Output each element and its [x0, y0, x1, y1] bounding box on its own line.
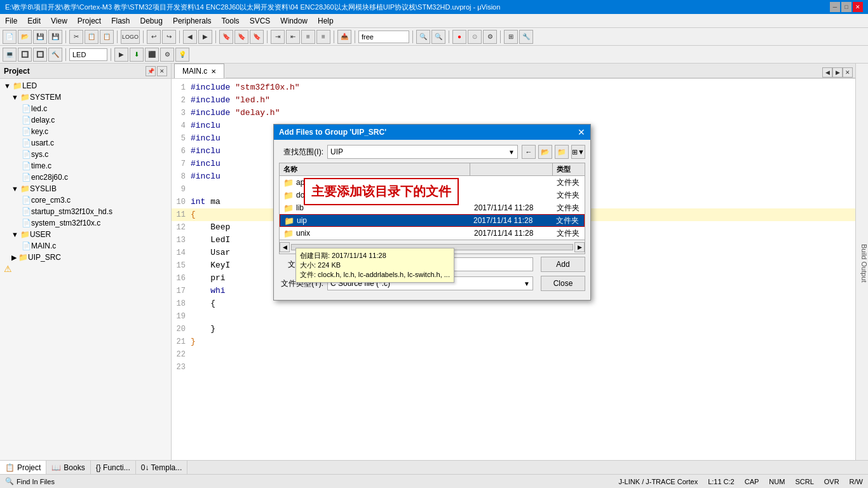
indent2-btn[interactable]: ⇤: [286, 30, 300, 44]
close-button[interactable]: Close: [541, 276, 585, 291]
target-input[interactable]: [69, 48, 107, 61]
tree-item-led[interactable]: ▼ 📁 LED: [1, 80, 170, 92]
menu-tools[interactable]: Tools: [217, 15, 245, 27]
undo-btn[interactable]: ↩: [147, 30, 161, 44]
tab-nav-right[interactable]: ▶: [832, 67, 843, 78]
file-row-doc[interactable]: 📁 doc 文件夹: [280, 189, 585, 201]
menu-svcs[interactable]: SVCS: [245, 15, 276, 27]
filetype-combo[interactable]: C Source file (*.c) ▼: [327, 276, 533, 290]
tree-item-delayc[interactable]: 📄 delay.c: [1, 114, 170, 126]
tree-item-timec[interactable]: 📄 time.c: [1, 160, 170, 172]
format-btn[interactable]: ≡: [301, 30, 315, 44]
tree-item-enc28c[interactable]: 📄 enc28j60.c: [1, 172, 170, 183]
paste-btn[interactable]: 📋: [100, 30, 114, 44]
tree-item-system10[interactable]: 📄 system_stm32f10x.c: [1, 217, 170, 229]
dialog-close-btn[interactable]: ✕: [578, 127, 585, 137]
save-btn[interactable]: 💾: [33, 30, 47, 44]
comp-btn[interactable]: 🔲: [33, 48, 47, 62]
format2-btn[interactable]: ≡: [316, 30, 330, 44]
download-btn[interactable]: ⬇: [130, 48, 144, 62]
project-pin-btn[interactable]: 📌: [146, 66, 156, 76]
find-btn[interactable]: 🔍: [431, 30, 445, 44]
file-row-lib[interactable]: 📁 lib 2017/11/14 11:28 文件夹: [280, 201, 585, 214]
tab-mainc-close[interactable]: ✕: [211, 68, 216, 75]
project-close-btn[interactable]: ✕: [157, 66, 167, 76]
new-file-btn[interactable]: 📄: [3, 30, 17, 44]
nav-new-btn[interactable]: 📁: [555, 145, 569, 159]
menu-view[interactable]: View: [46, 15, 72, 27]
nav-fwd-btn[interactable]: ▶: [198, 30, 212, 44]
debug-stop-btn[interactable]: ⊙: [468, 30, 482, 44]
add-button[interactable]: Add: [541, 257, 585, 272]
tree-item-user[interactable]: ▼ 📁 USER: [1, 229, 170, 240]
find-in-files-label[interactable]: Find In Files: [17, 478, 55, 485]
build-btn[interactable]: 🔨: [48, 48, 62, 62]
menu-peripherals[interactable]: Peripherals: [168, 15, 217, 27]
tab-nav-left[interactable]: ◀: [822, 67, 832, 78]
scroll-left-btn[interactable]: ◀: [280, 242, 290, 252]
lamp-btn[interactable]: 💡: [175, 48, 189, 62]
grid-btn[interactable]: ⊞: [504, 30, 518, 44]
insert-btn[interactable]: 📥: [337, 30, 351, 44]
tree-item-uipsrc[interactable]: ▶ 📁 UIP_SRC: [1, 252, 170, 263]
tab-mainc[interactable]: MAIN.c ✕: [174, 64, 224, 78]
bottom-tab-books[interactable]: 📖 Books: [46, 461, 90, 474]
tree-item-system[interactable]: ▼ 📁 SYSTEM: [1, 92, 170, 103]
filename-row: 文件名(N): Add: [279, 257, 585, 272]
search-input[interactable]: [358, 30, 409, 43]
bookmark-btn[interactable]: 🔖: [219, 30, 233, 44]
scroll-right-btn[interactable]: ▶: [574, 242, 585, 252]
copy-btn[interactable]: 📋: [85, 30, 98, 44]
tree-item-syslib[interactable]: ▼ 📁 SYSLIB: [1, 183, 170, 194]
menu-flash[interactable]: Flash: [106, 15, 135, 27]
tree-item-ledc[interactable]: 📄 led.c: [1, 103, 170, 114]
menu-project[interactable]: Project: [72, 15, 106, 27]
tree-item-startup[interactable]: 📄 startup_stm32f10x_hd.s: [1, 206, 170, 217]
maximize-btn[interactable]: □: [841, 2, 851, 12]
search-combo[interactable]: UIP ▼: [327, 145, 518, 159]
tree-item-mainc[interactable]: 📄 MAIN.c: [1, 240, 170, 252]
tree-item-usartc[interactable]: 📄 usart.c: [1, 137, 170, 149]
scroll-track[interactable]: [291, 244, 573, 250]
tree-item-corecm3[interactable]: 📄 core_cm3.c: [1, 194, 170, 206]
debug-red-btn[interactable]: ●: [452, 30, 466, 44]
menu-window[interactable]: Window: [275, 15, 313, 27]
cut-btn[interactable]: ✂: [69, 30, 83, 44]
nav-parent-btn[interactable]: 📂: [538, 145, 552, 159]
tree-item-sysc[interactable]: 📄 sys.c: [1, 149, 170, 160]
search-btn[interactable]: 🔍: [416, 30, 430, 44]
mem-btn[interactable]: 🔲: [18, 48, 32, 62]
nav-up-btn[interactable]: ←: [522, 145, 536, 159]
file-row-uip[interactable]: 📁 uip 2017/11/14 11:28 文件夹: [280, 214, 585, 227]
indent-btn[interactable]: ⇥: [271, 30, 285, 44]
file-row-unix[interactable]: 📁 unix 2017/11/14 11:28 文件夹: [280, 227, 585, 240]
bookmark3-btn[interactable]: 🔖: [250, 30, 264, 44]
minimize-btn[interactable]: ─: [830, 2, 840, 12]
debug-gear-btn[interactable]: ⚙: [483, 30, 497, 44]
save-all-btn[interactable]: 💾: [48, 30, 62, 44]
tree-item-keyc[interactable]: 📄 key.c: [1, 126, 170, 137]
bottom-tab-project[interactable]: 📋 Project: [0, 461, 46, 474]
menu-help[interactable]: Help: [313, 15, 339, 27]
menu-debug[interactable]: Debug: [135, 15, 168, 27]
logo-btn[interactable]: LOGO: [121, 30, 140, 44]
settings-btn[interactable]: 🔧: [519, 30, 533, 44]
menu-file[interactable]: File: [0, 15, 22, 27]
dbg-btn[interactable]: ⚙: [160, 48, 174, 62]
file-row-apps[interactable]: 📁 apps 文件夹: [280, 176, 585, 189]
cpu-btn[interactable]: 💻: [3, 48, 17, 62]
close-btn[interactable]: ✕: [853, 2, 863, 12]
open-btn[interactable]: 📂: [18, 30, 32, 44]
stop-btn[interactable]: ⬛: [145, 48, 159, 62]
bottom-tab-templates[interactable]: 0↓ Templa...: [136, 461, 187, 474]
redo-btn[interactable]: ↪: [162, 30, 176, 44]
menu-edit[interactable]: Edit: [22, 15, 46, 27]
run-btn[interactable]: ▶: [114, 48, 128, 62]
nav-back-btn[interactable]: ◀: [183, 30, 197, 44]
tab-close-area[interactable]: ✕: [843, 67, 853, 78]
view-btn[interactable]: ⊞▼: [571, 145, 585, 159]
filename-input[interactable]: [327, 257, 533, 271]
bookmark2-btn[interactable]: 🔖: [234, 30, 248, 44]
tab-mainc-label: MAIN.c: [182, 67, 207, 76]
bottom-tab-functions[interactable]: {} Functi...: [91, 461, 136, 474]
